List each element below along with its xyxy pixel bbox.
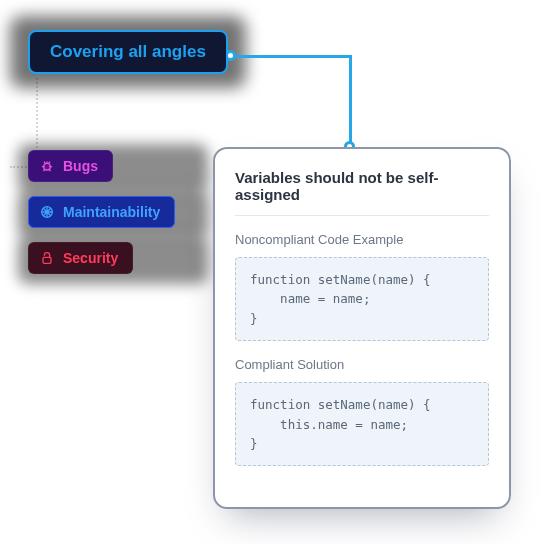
category-label: Security <box>63 250 118 266</box>
category-label: Maintainability <box>63 204 160 220</box>
header-pill-wrap: Covering all angles <box>28 30 228 74</box>
noncompliant-code: function setName(name) { name = name; } <box>235 257 489 341</box>
noncompliant-label: Noncompliant Code Example <box>235 232 489 247</box>
connector-horizontal <box>230 55 352 58</box>
category-item-bugs[interactable]: Bugs <box>28 150 198 182</box>
header-pill: Covering all angles <box>28 30 228 74</box>
diagram-canvas: Covering all angles Bugs <box>0 0 544 544</box>
category-label: Bugs <box>63 158 98 174</box>
bug-icon <box>39 158 55 174</box>
connector-vertical <box>349 55 352 147</box>
header-title: Covering all angles <box>50 42 206 61</box>
maintainability-icon <box>39 204 55 220</box>
lock-icon <box>39 250 55 266</box>
category-list: Bugs Maintainability <box>28 150 198 288</box>
compliant-label: Compliant Solution <box>235 357 489 372</box>
rule-title: Variables should not be self-assigned <box>235 169 489 216</box>
category-item-maintainability[interactable]: Maintainability <box>28 196 198 228</box>
category-item-security[interactable]: Security <box>28 242 198 274</box>
rule-card: Variables should not be self-assigned No… <box>213 147 511 509</box>
compliant-code: function setName(name) { this.name = nam… <box>235 382 489 466</box>
svg-rect-2 <box>43 257 51 263</box>
